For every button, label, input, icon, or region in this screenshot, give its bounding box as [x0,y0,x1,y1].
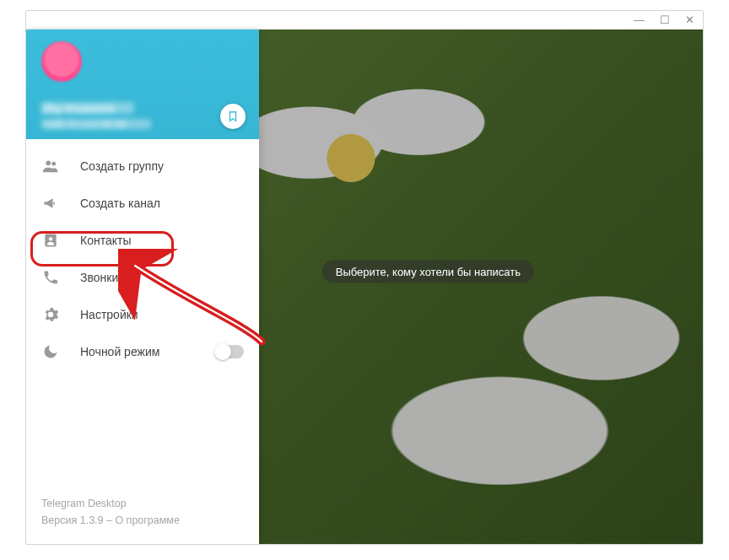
group-icon [41,157,60,175]
side-menu: Zhy Ksamich +385 71 112 05 98 Создать гр… [26,30,259,544]
menu-item-new-channel[interactable]: Создать канал [26,185,259,222]
menu-item-calls[interactable]: Звонки [26,259,259,296]
menu-item-night-mode[interactable]: Ночной режим [26,333,259,370]
menu-items: Создать группу Создать канал Контакты [26,139,259,370]
saved-messages-button[interactable] [220,104,246,129]
avatar[interactable] [41,41,82,82]
maximize-button[interactable]: ☐ [660,14,670,25]
chat-empty-hint: Выберите, кому хотели бы написать [322,260,534,283]
contacts-icon [41,231,60,250]
app-content: Выберите, кому хотели бы написать Zhy Ks… [26,30,703,544]
minimize-button[interactable]: — [634,14,645,25]
svg-point-0 [46,160,51,165]
app-window: — ☐ ✕ Выберите, кому хотели бы написать … [25,10,704,545]
close-button[interactable]: ✕ [685,14,694,25]
menu-item-label: Ночной режим [80,345,159,358]
svg-point-1 [51,162,56,166]
bookmark-icon [227,110,239,122]
gear-icon [41,305,60,324]
moon-icon [41,342,60,361]
menu-item-label: Контакты [80,234,131,247]
menu-header: Zhy Ksamich +385 71 112 05 98 [26,30,259,139]
window-titlebar: — ☐ ✕ [26,11,703,30]
app-name: Telegram Desktop [41,495,244,512]
svg-point-3 [49,237,52,240]
phone-icon [41,268,60,287]
night-mode-toggle[interactable] [215,345,244,358]
version-about[interactable]: Версия 1.3.9 – О программе [41,512,244,529]
user-name: Zhy Ksamich [41,102,134,114]
menu-item-settings[interactable]: Настройки [26,296,259,333]
menu-item-contacts[interactable]: Контакты [26,222,259,259]
user-phone: +385 71 112 05 98 [41,119,151,129]
megaphone-icon [41,194,60,213]
menu-item-label: Создать группу [80,159,164,173]
user-info: Zhy Ksamich +385 71 112 05 98 [41,102,151,129]
menu-item-label: Звонки [80,271,118,284]
menu-item-label: Создать канал [80,197,160,210]
menu-footer: Telegram Desktop Версия 1.3.9 – О програ… [26,495,259,544]
menu-item-new-group[interactable]: Создать группу [26,148,259,185]
menu-item-label: Настройки [80,308,138,321]
